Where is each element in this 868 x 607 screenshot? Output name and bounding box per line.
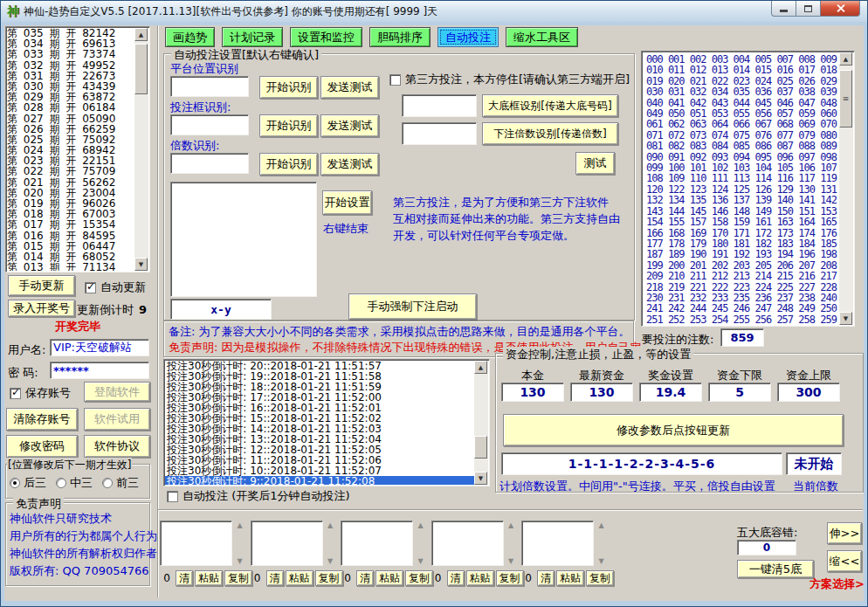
paste-button[interactable]: 粘贴: [466, 570, 494, 586]
third-party-checkbox[interactable]: 第三方投注，本方停住[请确认第三方端开启]: [389, 72, 630, 87]
minimize-button[interactable]: [771, 1, 796, 17]
agreement-button[interactable]: 软件协议: [84, 435, 150, 458]
paste-button[interactable]: 粘贴: [375, 570, 403, 586]
paste-button[interactable]: 粘贴: [556, 570, 584, 586]
start-recognition-button[interactable]: 开始识别: [259, 76, 318, 99]
scroll-up-icon[interactable]: [326, 521, 335, 530]
tab-shrink-tools[interactable]: 缩水工具区: [506, 27, 578, 47]
scrollbar-thumb[interactable]: [474, 436, 487, 459]
clear-button[interactable]: 清: [266, 570, 284, 586]
auto-bet-checkbox[interactable]: 自动投注 (开奖后1分钟自动投注): [167, 488, 350, 504]
recognition-input[interactable]: [170, 76, 249, 97]
manual-update-button[interactable]: 手动更新: [8, 275, 75, 296]
tab-auto-bet[interactable]: 自动投注: [437, 27, 499, 47]
copy-button[interactable]: 复制: [224, 570, 252, 586]
draw-history-listbox[interactable]: 第 035 期 开 82142第 034 期 开 69613第 033 期 开 …: [5, 26, 150, 272]
clear-button[interactable]: 清: [447, 570, 465, 586]
xy-coordinate-box[interactable]: x-y: [170, 299, 272, 320]
test-button[interactable]: 测试: [575, 152, 615, 175]
fund-value-box[interactable]: 130: [501, 383, 564, 402]
update-params-button[interactable]: 修改参数后点按钮更新: [503, 414, 844, 446]
send-test-button[interactable]: 发送测试: [320, 76, 379, 99]
send-test-button[interactable]: 发送测试: [320, 153, 379, 176]
draw-list-item[interactable]: 第 017 期 开 15354: [7, 219, 134, 230]
clear-account-button[interactable]: 清除存账号: [6, 408, 78, 431]
scroll-up-icon[interactable]: [596, 521, 606, 530]
start-recognition-button[interactable]: 开始识别: [259, 114, 318, 137]
draw-list-item[interactable]: 第 016 期 开 84595: [7, 231, 134, 241]
maximize-button[interactable]: [796, 1, 821, 17]
plan-select-link[interactable]: 方案选择>>: [809, 576, 868, 592]
position-radio-1[interactable]: 中三: [56, 475, 93, 491]
scroll-up-icon[interactable]: [416, 521, 425, 530]
log-scrollbar[interactable]: [474, 361, 488, 485]
draw-list-item[interactable]: 第 027 期 开 05090: [7, 114, 134, 124]
fund-value-box[interactable]: 19.4: [639, 383, 702, 402]
scroll-down-icon[interactable]: [326, 556, 335, 566]
scrollbar-thumb[interactable]: [839, 70, 852, 128]
clear-five-bases-button[interactable]: 一键清5底: [737, 560, 814, 578]
draw-list-item[interactable]: 第 022 期 开 75709: [7, 166, 134, 176]
numbers-scrollbar[interactable]: [839, 52, 853, 325]
base-number-textarea[interactable]: [431, 521, 504, 566]
copy-button[interactable]: 复制: [315, 570, 343, 586]
close-button[interactable]: [821, 1, 860, 17]
countdown-log-listbox[interactable]: 投注30秒倒计时: 20::2018-01-21 11:51:57投注30秒倒计…: [163, 359, 490, 486]
clear-button[interactable]: 清: [356, 570, 374, 586]
base-numbers-input[interactable]: [402, 94, 477, 117]
expand-button[interactable]: 伸>>: [827, 522, 862, 544]
multiple-set-button[interactable]: 下注倍数设别[传递倍数]: [482, 122, 618, 145]
change-password-button[interactable]: 修改密码: [6, 435, 78, 458]
multiple-input[interactable]: [402, 122, 477, 145]
start-recognition-button[interactable]: 开始识别: [259, 153, 318, 176]
recognition-input[interactable]: [170, 114, 249, 135]
paste-button[interactable]: 粘贴: [286, 570, 313, 586]
draw-list-item[interactable]: 第 033 期 开 73374: [7, 49, 134, 59]
scroll-up-icon[interactable]: [474, 361, 487, 374]
shrink-button[interactable]: 缩<<: [827, 550, 862, 572]
copy-button[interactable]: 复制: [405, 570, 433, 586]
base-number-textarea[interactable]: [160, 521, 232, 566]
bet-count-field[interactable]: [720, 328, 764, 347]
tab-dan-sort[interactable]: 胆码排序: [369, 27, 431, 47]
tab-plan-record[interactable]: 计划记录: [222, 27, 283, 47]
scroll-down-icon[interactable]: [235, 556, 245, 566]
draw-list-item[interactable]: 第 013 期 开 71134: [7, 262, 134, 271]
clear-button[interactable]: 清: [537, 570, 555, 586]
scroll-down-icon[interactable]: [416, 556, 425, 566]
draw-list-item[interactable]: 第 021 期 开 56262: [7, 177, 134, 188]
base-number-textarea[interactable]: [251, 521, 323, 566]
bet-numbers-listbox[interactable]: 000 001 002 003 004 005 007 008 009010 0…: [641, 51, 855, 327]
fund-value-box[interactable]: 5: [708, 383, 771, 402]
auto-update-checkbox[interactable]: 自动更新: [85, 279, 146, 295]
scroll-up-icon[interactable]: [235, 521, 245, 530]
base-number-textarea[interactable]: [341, 521, 413, 566]
log-line-selected[interactable]: 投注30秒倒计时: 9::2018-01-21 11:52:08: [165, 476, 474, 485]
tab-settings-monitor[interactable]: 设置和监控: [290, 27, 362, 47]
scroll-down-icon[interactable]: [506, 556, 516, 566]
username-field[interactable]: [50, 339, 149, 356]
draw-list-scrollbar[interactable]: [134, 28, 148, 271]
draw-list-item[interactable]: 第 032 期 开 49952: [7, 60, 134, 71]
copy-button[interactable]: 复制: [586, 570, 614, 586]
position-radio-2[interactable]: 前三: [102, 475, 139, 491]
enter-draw-number-button[interactable]: 录入开奖号: [8, 300, 75, 317]
start-setup-button[interactable]: 开始设置: [322, 190, 372, 215]
base-number-textarea[interactable]: [521, 521, 594, 566]
scroll-down-icon[interactable]: [839, 312, 852, 325]
scroll-down-icon[interactable]: [134, 258, 148, 271]
plan-multiples-field[interactable]: [501, 452, 782, 475]
send-test-button[interactable]: 发送测试: [320, 114, 379, 137]
draw-list-item[interactable]: 第 028 期 开 06184: [7, 102, 134, 113]
scroll-down-icon[interactable]: [596, 556, 606, 566]
login-button[interactable]: 登陆软件: [84, 382, 150, 402]
password-field[interactable]: [50, 362, 149, 379]
paste-button[interactable]: 粘贴: [195, 570, 223, 586]
scroll-down-icon[interactable]: [474, 472, 487, 485]
recognition-input[interactable]: [170, 153, 249, 174]
save-account-checkbox[interactable]: 保存账号: [10, 385, 71, 401]
fault-tolerance-field[interactable]: [737, 540, 796, 555]
scroll-up-icon[interactable]: [506, 521, 516, 530]
tab-draw-trend[interactable]: 画趋势: [165, 27, 215, 47]
position-radio-0[interactable]: 后三: [10, 475, 46, 491]
